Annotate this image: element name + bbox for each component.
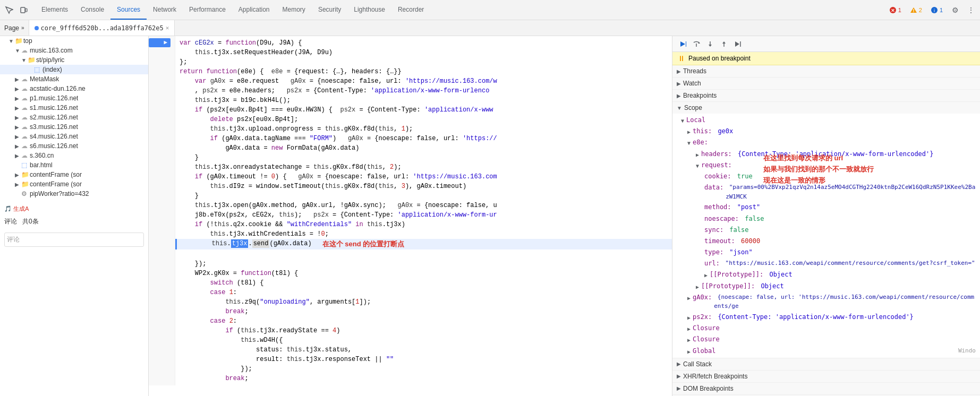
proto2-item[interactable]: ▶ [[Prototype]]: Object <box>672 281 980 292</box>
tree-item-metamask[interactable]: ▶ ☁ MetaMask <box>0 74 148 84</box>
local-arrow: ▼ <box>681 117 684 125</box>
settings-btn[interactable]: ⚙ <box>948 3 962 17</box>
breakpoints-arrow: ▶ <box>677 93 681 99</box>
send-annotation: 在这个 send 的位置打断点 <box>322 239 405 249</box>
code-line: if (ps2x[eu0x.Bp4t] === eu0x.HW3N) { ps2… <box>175 105 672 115</box>
svg-marker-15 <box>722 41 726 44</box>
toolbar-left-icons <box>2 3 31 17</box>
tree-item-acstatic[interactable]: ▶ ☁ acstatic-dun.126.ne <box>0 84 148 93</box>
e8e-arrow: ▼ <box>687 139 691 148</box>
code-editor[interactable]: ▶ <box>149 36 672 396</box>
debugger-sections: ▶ Threads ▶ Watch <box>672 65 980 396</box>
device-toggle-btn[interactable] <box>17 3 31 17</box>
breakpoints-header[interactable]: ▶ Breakpoints <box>672 90 980 101</box>
active-file-tab[interactable]: core_9fff6d520b...ada189ffa762e5 ✕ <box>29 20 175 36</box>
code-line: return function(e8e) { e8e = {request: {… <box>175 67 672 76</box>
comment-input[interactable]: 评论 <box>4 233 144 247</box>
headers-item[interactable]: ▶ headers: {Content-Type: 'application/x… <box>672 149 980 160</box>
ps2x-arrow: ▶ <box>687 314 691 322</box>
step-btn[interactable] <box>732 38 744 50</box>
tree-item-pip-lyric[interactable]: ▼ 📁 st/pip/lyric <box>0 55 148 65</box>
tree-item-p1[interactable]: ▶ ☁ p1.music.126.net <box>0 93 148 103</box>
watch-section: ▶ Watch <box>672 78 980 90</box>
inspect-element-btn[interactable] <box>2 3 16 17</box>
code-line: var cEG2x = function(D9u, J9A) { <box>175 38 672 48</box>
debug-toolbar <box>672 36 980 52</box>
local-item[interactable]: ▼ Local <box>672 115 980 126</box>
cookie-item: cookie: true <box>672 171 980 182</box>
resume-btn[interactable] <box>677 38 688 50</box>
step-over-btn[interactable] <box>691 38 702 50</box>
request-item[interactable]: ▼ request: <box>672 160 980 171</box>
tab-elements[interactable]: Elements <box>35 0 74 20</box>
tab-network[interactable]: Network <box>147 0 183 20</box>
code-line: if (gA0x.timeout != 0) { gA0x = {noescap… <box>175 172 672 182</box>
tab-sources[interactable]: Sources <box>110 0 147 20</box>
tree-item-contentframe2[interactable]: ▶ 📁 contentFrame (sor <box>0 179 148 189</box>
code-line: case 2: <box>175 316 672 326</box>
ps2x-item[interactable]: ▶ ps2x: {Content-Type: 'application/x-ww… <box>672 312 980 323</box>
svg-text:✕: ✕ <box>891 8 895 13</box>
step-out-btn[interactable] <box>718 38 730 50</box>
page-selector[interactable]: Page » <box>0 20 29 36</box>
tab-memory[interactable]: Memory <box>276 0 312 20</box>
e8e-item[interactable]: ▼ e8e: <box>672 137 980 148</box>
watch-header[interactable]: ▶ Watch <box>672 78 980 89</box>
dom-header[interactable]: ▶ DOM Breakpoints <box>672 383 980 394</box>
closure2-item[interactable]: ▶ Closure <box>672 334 980 345</box>
tree-item-pipworker[interactable]: ▶ ⚙ pipWorker?ratio=432 <box>0 189 148 199</box>
global-arrow: ▶ <box>687 348 691 356</box>
code-line: , ps2x = e8e.headers; ps2x = {Content-Ty… <box>175 86 672 96</box>
tab-console[interactable]: Console <box>74 0 110 20</box>
tab-recorder[interactable]: Recorder <box>391 0 430 20</box>
svg-rect-9 <box>686 41 686 47</box>
tree-item-s3[interactable]: ▶ ☁ s3.music.126.net <box>0 122 148 132</box>
code-line <box>175 249 672 259</box>
tree-item-s6[interactable]: ▶ ☁ s6.music.126.net <box>0 141 148 151</box>
url-item: url: "https://music.163.com/weapi/commen… <box>672 258 980 269</box>
code-line: this.tj3x = b19c.bkH4L(); <box>175 96 672 105</box>
scope-header[interactable]: ▼ Scope <box>672 102 980 114</box>
tab-performance[interactable]: Performance <box>183 0 232 20</box>
threads-header[interactable]: ▶ Threads <box>672 65 980 77</box>
global-item[interactable]: ▶ Global Windo <box>672 346 980 357</box>
tree-item-contentframe1[interactable]: ▶ 📁 contentFrame (sor <box>0 170 148 179</box>
tab-security[interactable]: Security <box>312 0 347 20</box>
threads-label: Threads <box>683 67 706 75</box>
step-into-btn[interactable] <box>704 38 716 50</box>
tab-lighthouse[interactable]: Lighthouse <box>347 0 391 20</box>
tree-item-s4[interactable]: ▶ ☁ s4.music.126.net <box>0 132 148 141</box>
line-numbers: ▶ <box>149 36 175 385</box>
more-btn[interactable]: ⋮ <box>964 3 978 17</box>
code-line: break; <box>175 307 672 316</box>
ga0x-item[interactable]: ▶ gA0x: {noescape: false, url: 'https://… <box>672 292 980 312</box>
tree-item-bar[interactable]: ▶ ⬚ bar.html <box>0 160 148 170</box>
threads-arrow: ▶ <box>677 68 681 74</box>
tree-item-top[interactable]: ▼ 📁 top <box>0 36 148 46</box>
tree-item-index[interactable]: ▶ ⬚ (index) <box>0 65 148 74</box>
tree-item-s360[interactable]: ▶ ☁ s.360.cn <box>0 151 148 160</box>
tree-item-s1[interactable]: ▶ ☁ s1.music.126.net <box>0 103 148 113</box>
file-tab-label: core_9fff6d520b...ada189ffa762e5 <box>41 24 164 32</box>
tree-item-s2[interactable]: ▶ ☁ s2.music.126.net <box>0 113 148 122</box>
code-line: gA0x.data = new FormData(gA0x.data) <box>175 143 672 153</box>
debugger-panel: ⏸ Paused on breakpoint ▶ Threads <box>672 36 980 396</box>
code-line: switch (t8l) { <box>175 278 672 288</box>
xhr-header[interactable]: ▶ XHR/fetch Breakpoints <box>672 371 980 382</box>
call-stack-header[interactable]: ▶ Call Stack <box>672 358 980 370</box>
this-item[interactable]: ▶ this: ge0x <box>672 126 980 137</box>
tab-application[interactable]: Application <box>232 0 276 20</box>
request-arrow: ▼ <box>696 162 699 170</box>
call-stack-arrow: ▶ <box>677 361 681 367</box>
code-line: j8b.eT0x(ps2x, cEG2x, this); ps2x = {Con… <box>175 210 672 220</box>
closure1-item[interactable]: ▶ Closure <box>672 323 980 334</box>
tree-item-music163[interactable]: ▼ ☁ music.163.com <box>0 46 148 55</box>
svg-marker-16 <box>735 41 739 47</box>
code-line: case 1: <box>175 288 672 297</box>
headers-arrow: ▶ <box>696 151 699 159</box>
code-line: var gA0x = e8e.request gA0x = {noescape:… <box>175 76 672 86</box>
close-tab-btn[interactable]: ✕ <box>166 24 169 31</box>
proto1-item[interactable]: ▶ [[Prototype]]: Object <box>672 269 980 280</box>
svg-text:i: i <box>934 8 935 13</box>
dom-arrow: ▶ <box>677 385 681 391</box>
